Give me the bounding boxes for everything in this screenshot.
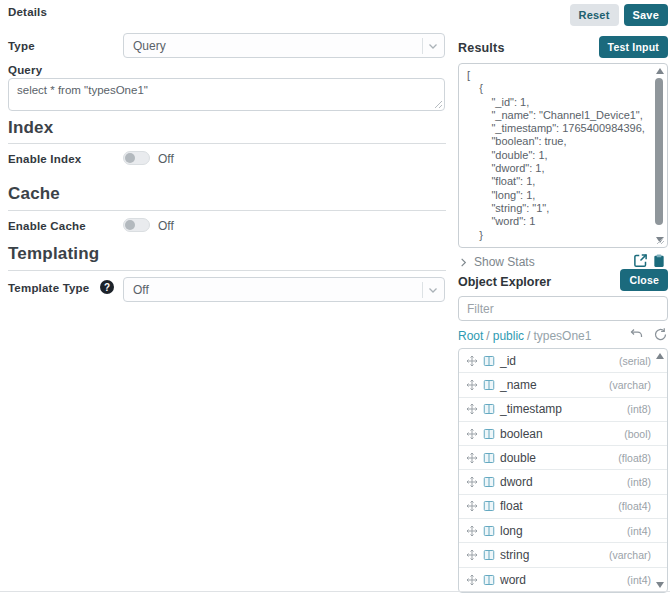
field-row[interactable]: _id (serial) [459,349,667,373]
save-button[interactable]: Save [624,4,669,26]
field-type: (int8) [627,403,651,415]
divider [8,143,446,144]
breadcrumb-current-table: typesOne1 [533,329,591,343]
open-external-icon[interactable] [633,253,648,268]
template-type-value: Off [133,283,149,297]
divider [8,210,446,211]
column-icon [483,403,495,415]
type-select[interactable]: Query [123,33,445,58]
field-name: string [500,548,529,562]
field-row[interactable]: string (varchar) [459,543,667,567]
breadcrumb-root-link[interactable]: Root [458,329,483,343]
copy-clipboard-icon[interactable] [652,253,667,268]
chevron-right-icon [458,257,469,268]
column-icon [483,428,495,440]
enable-index-state: Off [158,152,174,166]
field-row[interactable]: _timestamp (int8) [459,398,667,422]
breadcrumb: Root/public/typesOne1 [458,329,591,343]
type-label: Type [8,40,35,52]
divider [0,591,670,592]
undo-icon[interactable] [629,327,644,342]
field-name: double [500,451,536,465]
field-name: _timestamp [500,402,562,416]
scroll-thumb[interactable] [655,78,663,225]
toggle-knob [125,153,135,163]
scroll-down-icon[interactable] [656,582,664,588]
field-row[interactable]: long (int4) [459,519,667,543]
show-stats-toggle[interactable]: Show Stats [458,255,535,269]
enable-cache-state: Off [158,219,174,233]
column-icon [483,476,495,488]
drag-handle-icon[interactable] [466,428,478,440]
field-row[interactable]: word (int4) [459,568,667,592]
field-row[interactable]: float (float4) [459,495,667,519]
field-name: word [500,573,526,587]
column-icon [483,525,495,537]
field-name: _name [500,378,537,392]
refresh-icon[interactable] [653,327,668,342]
results-title: Results [458,41,505,55]
drag-handle-icon[interactable] [466,549,478,561]
chevron-down-icon [422,282,438,298]
drag-handle-icon[interactable] [466,525,478,537]
results-output[interactable]: [ { "_id": 1, "_name": "Channel1_Device1… [458,63,668,248]
field-row[interactable]: boolean (bool) [459,422,667,446]
field-type: (float4) [618,500,651,512]
chevron-down-icon [422,38,438,54]
resize-grip-icon[interactable] [656,236,665,245]
column-icon [483,500,495,512]
toggle-knob [125,220,135,230]
results-scrollbar[interactable] [654,66,665,245]
column-icon [483,452,495,464]
drag-handle-icon[interactable] [466,403,478,415]
breadcrumb-separator: / [486,329,489,343]
drag-handle-icon[interactable] [466,500,478,512]
drag-handle-icon[interactable] [466,379,478,391]
field-type: (bool) [624,428,651,440]
field-name: float [500,499,523,513]
index-section-title: Index [8,118,53,138]
cache-section-title: Cache [8,184,60,204]
column-icon [483,574,495,586]
field-row[interactable]: _name (varchar) [459,373,667,397]
enable-index-toggle[interactable] [123,151,150,165]
drag-handle-icon[interactable] [466,574,478,586]
breadcrumb-separator: / [527,329,530,343]
drag-handle-icon[interactable] [466,452,478,464]
field-name: long [500,524,523,538]
drag-handle-icon[interactable] [466,355,478,367]
field-type: (int4) [627,574,651,586]
close-button[interactable]: Close [620,269,668,291]
column-icon [483,355,495,367]
resize-grip-icon[interactable] [434,100,443,109]
templating-section-title: Templating [8,244,99,264]
field-type: (serial) [619,355,651,367]
breadcrumb-schema-link[interactable]: public [493,329,524,343]
field-type: (int4) [627,525,651,537]
field-row[interactable]: dword (int8) [459,470,667,494]
query-label: Query [8,64,42,76]
field-name: _id [500,354,516,368]
reset-button[interactable]: Reset [570,4,619,26]
field-name: boolean [500,427,543,441]
field-type: (varchar) [609,549,651,561]
drag-handle-icon[interactable] [466,476,478,488]
field-row[interactable]: double (float8) [459,446,667,470]
enable-cache-toggle[interactable] [123,218,150,232]
filter-input[interactable] [458,296,668,321]
template-type-select[interactable]: Off [123,277,445,302]
help-icon[interactable]: ? [100,280,114,294]
enable-cache-label: Enable Cache [8,220,86,232]
query-textarea[interactable]: select * from "typesOne1" [8,78,445,111]
object-explorer-title: Object Explorer [458,275,551,289]
field-list: _id (serial) _name (varchar) [458,348,668,593]
scroll-up-icon[interactable] [656,353,664,359]
field-type: (varchar) [609,379,651,391]
template-type-label: Template Type [8,282,89,294]
results-json: [ { "_id": 1, "_name": "Channel1_Device1… [467,69,647,242]
results-panel: Reset Save Results Test Input [ { "_id":… [458,0,668,596]
field-type: (float8) [618,452,651,464]
scroll-up-icon[interactable] [656,68,664,74]
test-input-button[interactable]: Test Input [599,36,668,58]
field-name: dword [500,475,533,489]
